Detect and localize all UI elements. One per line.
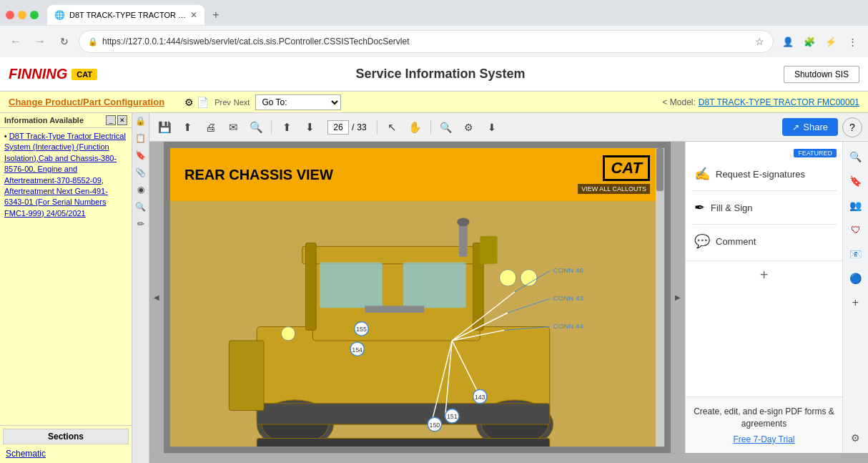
- right-panel-add: +: [686, 260, 842, 289]
- next-button[interactable]: Next: [234, 98, 250, 107]
- model-label: < Model:: [662, 97, 695, 107]
- back-button[interactable]: ←: [6, 31, 26, 52]
- doc-view: ◀ REAR CHASSIS VIEW CAT VIEW ALL CALLOUT…: [149, 142, 868, 453]
- minimize-dot[interactable]: [18, 11, 26, 19]
- scroll-left-button[interactable]: ◀: [149, 142, 164, 453]
- lock-icon: 🔒: [88, 37, 98, 47]
- info-panel-content: • D8T Track-Type Tractor Electrical Syst…: [0, 128, 132, 222]
- search-sidebar-icon[interactable]: 🔍: [135, 202, 146, 212]
- tool-separator: [271, 120, 272, 135]
- forward-button[interactable]: →: [30, 31, 50, 52]
- add-icon[interactable]: +: [760, 267, 769, 283]
- chrome-ext2-icon[interactable]: 🔵: [847, 269, 865, 288]
- close-dot[interactable]: [6, 11, 14, 19]
- cat-logo: CAT: [603, 155, 650, 181]
- zoom-in-tool-button[interactable]: 🔍: [437, 118, 455, 137]
- info-close-button[interactable]: ✕: [117, 115, 127, 125]
- help-button[interactable]: ?: [842, 117, 862, 137]
- featured-badge: FEATURED: [794, 149, 837, 157]
- cursor-tool-button[interactable]: ↖: [383, 118, 402, 137]
- goto-select[interactable]: Go To:: [255, 94, 341, 110]
- save-tool-button[interactable]: 💾: [155, 118, 174, 137]
- attach-sidebar-icon[interactable]: 📎: [135, 167, 146, 177]
- menu-icon[interactable]: ⋮: [842, 31, 862, 52]
- share-button[interactable]: ↗ Share: [782, 118, 838, 136]
- scrollbar-thumb[interactable]: [656, 148, 664, 191]
- pen-sidebar-icon[interactable]: ✏: [137, 219, 144, 229]
- star-icon[interactable]: ☆: [755, 36, 764, 47]
- tractor-illustration: 155 154 143 151 150 CONN 46 CONN 43: [170, 201, 664, 447]
- request-signatures-item[interactable]: ✍ Request E-signatures: [691, 162, 837, 186]
- active-tab[interactable]: 🌐 D8T TRACK-TYPE TRACTOR FMC... ✕: [47, 5, 204, 25]
- sub-header: Change Product/Part Configuration ⚙ 📄 Pr…: [0, 92, 868, 113]
- maximize-dot[interactable]: [30, 11, 39, 19]
- comment-label: Comment: [716, 236, 756, 247]
- svg-line-39: [508, 299, 550, 313]
- sections-panel: Sections Schematic: [0, 425, 132, 463]
- scroll-right-button[interactable]: ▶: [671, 142, 685, 453]
- layers-sidebar-icon[interactable]: ◉: [137, 185, 144, 195]
- app-container: FINNING CAT Service Information System S…: [0, 57, 868, 463]
- upload-tool-button[interactable]: ⬆: [178, 118, 197, 137]
- browser-chrome: 🌐 D8T TRACK-TYPE TRACTOR FMC... ✕ + ← → …: [0, 0, 868, 57]
- view-settings-button[interactable]: ⚙: [460, 118, 478, 137]
- address-bar[interactable]: 🔒 https://127.0.0.1:444/sisweb/servlet/c…: [79, 30, 774, 53]
- model-link[interactable]: D8T TRACK-TYPE TRACTOR FMC00001: [699, 97, 859, 107]
- vertical-scrollbar[interactable]: [656, 148, 664, 447]
- doc-icon[interactable]: 📄: [197, 97, 209, 108]
- hand-tool-button[interactable]: ✋: [406, 118, 425, 137]
- doc-page: REAR CHASSIS VIEW CAT VIEW ALL CALLOUTS: [164, 142, 671, 453]
- free-trial-link[interactable]: Free 7-Day Trial: [733, 434, 794, 444]
- profile-icon[interactable]: 👤: [778, 31, 798, 52]
- sections-title: Sections: [3, 429, 129, 444]
- comment-item[interactable]: 💬 Comment: [691, 229, 837, 253]
- app-header: FINNING CAT Service Information System S…: [0, 57, 868, 92]
- download-tool-button[interactable]: ⬇: [483, 118, 501, 137]
- tab-title: D8T TRACK-TYPE TRACTOR FMC...: [69, 11, 186, 19]
- svg-rect-9: [257, 404, 550, 424]
- comment-icon: 💬: [694, 233, 710, 249]
- change-product-link[interactable]: Change Product/Part Configuration: [9, 97, 164, 107]
- extensions-icon[interactable]: 🧩: [799, 31, 819, 52]
- new-tab-button[interactable]: +: [207, 6, 225, 24]
- chrome-add-icon[interactable]: +: [847, 293, 865, 312]
- search-tool-button[interactable]: 🔍: [247, 118, 265, 137]
- schematic-link[interactable]: Schematic: [3, 447, 129, 460]
- gear-icon[interactable]: ⚙: [184, 97, 194, 108]
- sync-icon[interactable]: ⚡: [821, 31, 841, 52]
- model-info: < Model: D8T TRACK-TYPE TRACTOR FMC00001: [662, 97, 859, 107]
- page-header-title: REAR CHASSIS VIEW: [184, 167, 333, 183]
- view-callouts-button[interactable]: VIEW ALL CALLOUTS: [578, 184, 650, 194]
- print-tool-button[interactable]: 🖨: [201, 118, 220, 137]
- chrome-search-icon[interactable]: 🔍: [847, 147, 865, 166]
- chrome-user-icon[interactable]: 👥: [847, 196, 865, 215]
- email-tool-button[interactable]: ✉: [224, 118, 242, 137]
- svg-text:150: 150: [430, 421, 440, 429]
- bookmark-sidebar-icon[interactable]: 🔖: [135, 150, 146, 160]
- chrome-bookmark-icon[interactable]: 🔖: [847, 172, 865, 190]
- doc-toolbar: 💾 ⬆ 🖨 ✉ 🔍 ⬆ ⬇ / 33 ↖ ✋ 🔍 ⚙ ⬇: [149, 113, 868, 142]
- prev-button[interactable]: Prev: [214, 98, 231, 107]
- chrome-ext1-icon[interactable]: 📧: [847, 245, 865, 263]
- lock-sidebar-icon[interactable]: 🔒: [135, 116, 146, 126]
- fill-sign-item[interactable]: ✒ Fill & Sign: [691, 195, 837, 220]
- info-minimize-button[interactable]: _: [106, 115, 116, 125]
- tab-close-icon[interactable]: ✕: [190, 10, 197, 20]
- chrome-shield-icon[interactable]: 🛡: [847, 220, 865, 239]
- reload-button[interactable]: ↻: [54, 31, 74, 52]
- page-separator: /: [352, 122, 354, 132]
- info-document-link[interactable]: D8T Track-Type Tractor Electrical System…: [4, 132, 126, 218]
- prev-page-button[interactable]: ⬆: [277, 118, 296, 137]
- svg-rect-3: [306, 243, 317, 331]
- chrome-settings-icon[interactable]: ⚙: [847, 429, 865, 447]
- tab-favicon: 🌐: [54, 10, 65, 20]
- next-page-button[interactable]: ⬇: [300, 118, 319, 137]
- svg-text:CONN 43: CONN 43: [553, 294, 583, 302]
- bottom-scrollbar[interactable]: [149, 453, 868, 463]
- page-total: 33: [357, 122, 366, 132]
- page-number-input[interactable]: [327, 120, 349, 135]
- right-panel: FEATURED ✍ Request E-signatures ✒ Fill &…: [685, 142, 842, 453]
- svg-rect-18: [459, 222, 468, 257]
- shutdown-sis-button[interactable]: Shutdown SIS: [784, 66, 859, 83]
- copy-sidebar-icon[interactable]: 📋: [135, 133, 146, 143]
